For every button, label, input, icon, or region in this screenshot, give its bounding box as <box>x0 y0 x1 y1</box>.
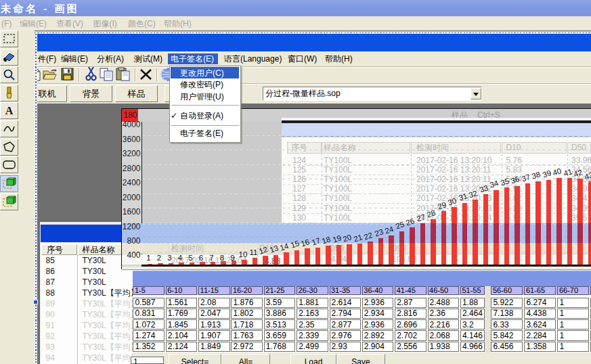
svg-text:A: A <box>5 105 14 116</box>
